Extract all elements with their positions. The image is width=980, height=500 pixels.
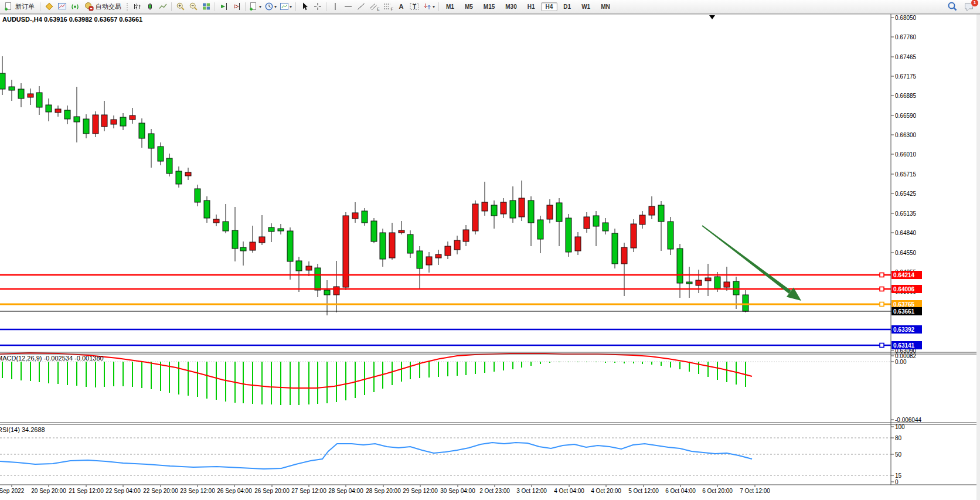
svg-text:0.64006: 0.64006 — [893, 286, 915, 292]
svg-text:6 Oct 04:00: 6 Oct 04:00 — [665, 488, 696, 494]
tile-windows-button[interactable] — [200, 1, 212, 12]
svg-text:22 Sep 20:00: 22 Sep 20:00 — [143, 488, 178, 494]
svg-text:0.65425: 0.65425 — [895, 191, 917, 197]
bar-chart-mode-button[interactable] — [131, 1, 143, 12]
timeframe-button-MN[interactable]: MN — [596, 2, 615, 11]
line-chart-mode-button[interactable] — [156, 1, 169, 12]
separator — [295, 2, 296, 11]
cursor-tool-button[interactable] — [298, 1, 311, 12]
candlestick-mode-button[interactable] — [144, 1, 156, 12]
macd-indicator-label: MACD(12,26,9) -0.002534 -0.001380 — [0, 355, 104, 362]
market-watch-button[interactable] — [56, 1, 68, 12]
new-chart-button[interactable] — [248, 1, 263, 12]
signals-button[interactable] — [69, 1, 81, 12]
dropdown-arrow-icon — [433, 4, 435, 9]
separator — [171, 2, 172, 11]
text-tool-button[interactable]: A — [395, 1, 407, 12]
svg-text:6 Oct 20:00: 6 Oct 20:00 — [702, 488, 733, 494]
notification-badge: 1 — [971, 0, 979, 7]
svg-text:0.68050: 0.68050 — [895, 15, 917, 21]
crosshair-icon — [313, 2, 322, 11]
rsi-indicator-label: RSI(14) 34.2688 — [0, 426, 45, 433]
rsi-line — [0, 443, 752, 469]
new-order-label: 新订单 — [15, 2, 35, 11]
history-center-button[interactable] — [43, 1, 55, 12]
dropdown-arrow-icon — [274, 4, 277, 9]
svg-text:0.64550: 0.64550 — [895, 250, 917, 256]
svg-text:-0.006044: -0.006044 — [895, 417, 921, 423]
trendline-icon — [356, 2, 366, 11]
autotrading-button[interactable]: 自动交易 — [81, 1, 124, 12]
candlestick-icon — [145, 2, 155, 11]
dropdown-arrow-icon — [290, 4, 292, 9]
svg-text:0.64214: 0.64214 — [893, 272, 915, 278]
timeframe-button-M30[interactable]: M30 — [501, 2, 521, 11]
new-chart-icon — [249, 2, 258, 11]
vertical-line-tool-button[interactable] — [329, 1, 341, 12]
horizontal-line-tool-button[interactable] — [342, 1, 354, 12]
timeframe-button-H1[interactable]: H1 — [523, 2, 540, 11]
svg-text:0.66010: 0.66010 — [895, 151, 917, 158]
separator — [438, 2, 439, 11]
template-button[interactable] — [278, 1, 293, 12]
timeframe-button-H4[interactable]: H4 — [541, 2, 558, 11]
svg-text:29 Sep 12:00: 29 Sep 12:00 — [403, 488, 438, 494]
timeframe-button-M1[interactable]: M1 — [441, 2, 459, 11]
svg-text:0.65715: 0.65715 — [895, 171, 917, 178]
svg-text:7 Oct 12:00: 7 Oct 12:00 — [740, 488, 770, 494]
toolbar-grip — [127, 3, 128, 11]
separator — [245, 2, 246, 11]
timeframe-button-M15[interactable]: M15 — [479, 2, 499, 11]
new-order-button[interactable]: 新订单 — [1, 1, 38, 12]
channel-tool-button[interactable]: E — [368, 1, 381, 12]
search-button[interactable] — [946, 1, 959, 12]
text-tool-label: A — [399, 3, 404, 10]
svg-text:0.63661: 0.63661 — [893, 308, 915, 315]
label-tool-button[interactable]: T — [408, 1, 421, 12]
svg-text:0.00: 0.00 — [895, 359, 907, 365]
new-order-icon — [4, 2, 13, 11]
zoom-out-icon — [189, 2, 198, 11]
svg-text:3 Oct 12:00: 3 Oct 12:00 — [516, 488, 547, 494]
separator — [215, 2, 215, 11]
fibonacci-tool-button[interactable]: F — [382, 1, 394, 12]
chart-window-icon — [57, 2, 67, 11]
crosshair-tool-button[interactable] — [311, 1, 324, 12]
svg-text:21 Sep 12:00: 21 Sep 12:00 — [69, 488, 104, 494]
vertical-line-icon — [331, 2, 340, 11]
zoom-out-button[interactable] — [187, 1, 199, 12]
zoom-in-button[interactable] — [174, 1, 186, 12]
timeframe-button-W1[interactable]: W1 — [577, 2, 595, 11]
arrows-tool-button[interactable] — [421, 1, 436, 12]
svg-text:0.63765: 0.63765 — [893, 301, 915, 308]
zoom-in-icon — [176, 2, 185, 11]
notifications-button[interactable]: 1 — [962, 1, 975, 12]
trendline-tool-button[interactable] — [355, 1, 367, 12]
svg-text:0.63392: 0.63392 — [893, 326, 915, 333]
auto-scroll-button[interactable] — [217, 1, 230, 12]
auto-scroll-icon — [219, 2, 229, 11]
macd-histogram — [2, 362, 746, 405]
svg-text:0.64840: 0.64840 — [895, 230, 917, 236]
svg-text:22 Sep 04:00: 22 Sep 04:00 — [106, 488, 141, 494]
fibonacci-tool-suffix: F — [391, 7, 393, 11]
label-tool-icon: T — [409, 2, 420, 11]
period-button[interactable] — [263, 1, 278, 12]
chart-shift-button[interactable] — [230, 1, 243, 12]
chart-shift-icon — [232, 2, 241, 11]
gold-book-icon — [45, 2, 54, 11]
svg-text:2 Oct 23:00: 2 Oct 23:00 — [479, 488, 510, 494]
svg-text:30 Sep 04:00: 30 Sep 04:00 — [440, 488, 475, 494]
autotrading-label: 自动交易 — [96, 2, 121, 11]
timeframe-button-D1[interactable]: D1 — [559, 2, 576, 11]
chart-canvas[interactable]: 0.680500.677600.674650.671750.668850.665… — [0, 0, 980, 500]
svg-text:0.67760: 0.67760 — [895, 34, 917, 40]
timeframe-button-M5[interactable]: M5 — [460, 2, 478, 11]
svg-text:26 Sep 04:00: 26 Sep 04:00 — [217, 488, 252, 494]
bar-chart-icon — [132, 2, 142, 11]
macd-signal-line — [0, 353, 752, 388]
svg-text:50: 50 — [895, 451, 902, 458]
dropdown-arrow-icon — [259, 4, 261, 9]
clock-icon — [264, 2, 274, 11]
svg-text:20 Sep 20:00: 20 Sep 20:00 — [31, 488, 66, 494]
